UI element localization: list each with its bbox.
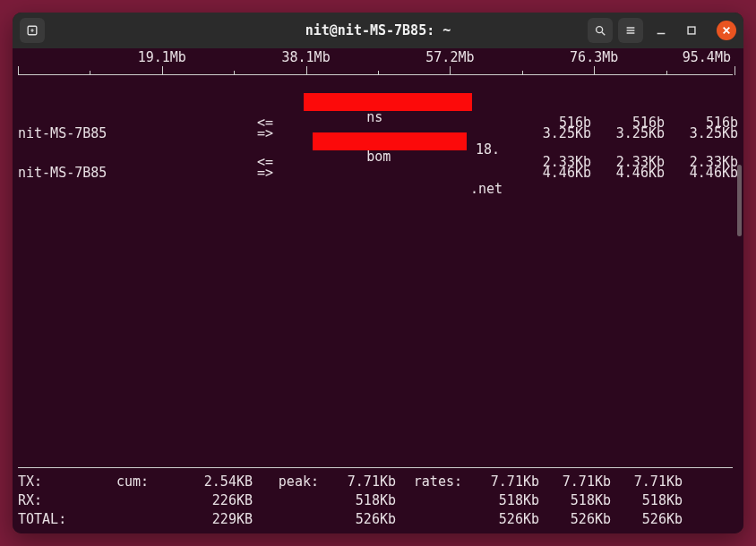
connections-list: nit-MS-7B85 => ns 18. 3.25Kb 3.25Kb 3.25… xyxy=(18,93,738,172)
search-icon xyxy=(594,24,606,37)
tx-cum: 2.54KB xyxy=(181,473,253,490)
scale-label: 95.4Mb xyxy=(683,49,731,65)
terminal-content[interactable]: 19.1Mb 38.1Mb 57.2Mb 76.3Mb 95.4Mb nit-M… xyxy=(13,48,743,533)
scrollbar[interactable] xyxy=(737,57,742,453)
rx-rate-2s: 518Kb xyxy=(468,492,539,508)
search-button[interactable] xyxy=(588,18,613,43)
source-host: nit-MS-7B85 xyxy=(18,165,255,181)
minimize-button[interactable] xyxy=(649,18,674,43)
new-tab-icon xyxy=(26,24,39,37)
rate-10s: 2.33Kb xyxy=(593,154,665,170)
maximize-button[interactable] xyxy=(679,18,704,43)
total-cum: 229KB xyxy=(181,511,253,527)
new-tab-button[interactable] xyxy=(20,18,45,43)
total-rate-40s: 526Kb xyxy=(611,511,683,527)
tx-label: TX: xyxy=(18,473,116,490)
menu-button[interactable] xyxy=(618,18,643,43)
scale-label: 57.2Mb xyxy=(425,49,474,65)
redaction-box xyxy=(313,132,467,150)
rx-rate-40s: 518Kb xyxy=(611,492,683,508)
svg-rect-2 xyxy=(688,27,695,34)
rx-label: RX: xyxy=(18,492,116,508)
scrollbar-thumb[interactable] xyxy=(737,165,742,236)
close-button[interactable] xyxy=(717,21,736,40)
rx-rate-10s: 518Kb xyxy=(539,492,611,508)
tx-rate-2s: 7.71Kb xyxy=(468,473,539,490)
connection-row: nit-MS-7B85 => ns 18. 3.25Kb 3.25Kb 3.25… xyxy=(18,93,738,113)
titlebar: nit@nit-MS-7B85: ~ xyxy=(13,13,743,48)
total-row: TOTAL: 229KB 526Kb 526Kb 526Kb 526Kb xyxy=(18,509,735,528)
cum-label: cum: xyxy=(116,473,181,490)
rate-40s: 2.33Kb xyxy=(666,154,738,170)
scale-label: 19.1Mb xyxy=(138,49,186,65)
rate-10s: 516b xyxy=(593,115,665,131)
scale-label: 76.3Mb xyxy=(570,49,618,65)
svg-point-1 xyxy=(597,27,603,33)
summary-footer: TX: cum: 2.54KB peak: 7.71Kb rates: 7.71… xyxy=(18,467,735,528)
peak-label: peak: xyxy=(253,473,324,490)
scale-label: 38.1Mb xyxy=(282,49,331,65)
tx-rate-10s: 7.71Kb xyxy=(539,473,611,490)
total-rate-10s: 526Kb xyxy=(539,511,611,527)
rate-40s: 516b xyxy=(666,115,738,131)
tx-rate-40s: 7.71Kb xyxy=(611,473,683,490)
minimize-icon xyxy=(655,24,667,37)
maximize-icon xyxy=(685,24,698,37)
total-rate-2s: 526Kb xyxy=(468,511,539,527)
terminal-window: nit@nit-MS-7B85: ~ xyxy=(13,13,743,533)
redaction-box xyxy=(304,93,472,111)
rx-row: RX: 226KB 518Kb 518Kb 518Kb 518Kb xyxy=(18,491,735,509)
direction-arrow: <= xyxy=(257,115,284,131)
total-label: TOTAL: xyxy=(18,511,116,527)
tx-peak: 7.71Kb xyxy=(324,473,396,490)
close-icon xyxy=(722,26,731,35)
total-peak: 526Kb xyxy=(324,511,396,527)
footer-divider xyxy=(18,467,733,468)
rate-2s: 2.33Kb xyxy=(520,154,591,170)
bandwidth-scale: 19.1Mb 38.1Mb 57.2Mb 76.3Mb 95.4Mb xyxy=(18,52,738,81)
tx-row: TX: cum: 2.54KB peak: 7.71Kb rates: 7.71… xyxy=(18,472,735,491)
destination-host: bom .net xyxy=(286,132,518,213)
hamburger-icon xyxy=(624,24,637,37)
source-host: nit-MS-7B85 xyxy=(18,125,255,141)
direction-arrow: <= xyxy=(257,154,284,170)
rx-cum: 226KB xyxy=(181,492,253,508)
rx-peak: 518Kb xyxy=(324,492,396,508)
rates-label: rates: xyxy=(396,473,468,490)
rate-2s: 516b xyxy=(520,115,591,131)
